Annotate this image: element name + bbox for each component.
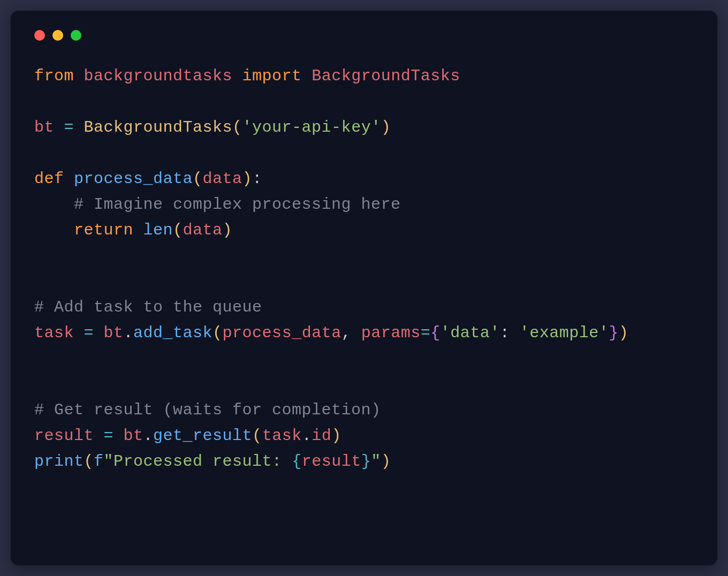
dict-key: 'data': [441, 324, 500, 342]
arg-task: task: [262, 427, 302, 445]
line-14: # Get result (waits for completion): [34, 401, 381, 419]
lbrace: {: [430, 324, 441, 342]
imported-class: BackgroundTasks: [312, 67, 460, 85]
line-3: bt = BackgroundTasks('your-api-key'): [34, 118, 391, 137]
arg-process-data: process_data: [223, 324, 342, 342]
param-data: data: [203, 170, 242, 188]
var-result: result: [34, 427, 94, 445]
fstring-rbrace: }: [361, 452, 371, 471]
comment-get-result: # Get result (waits for completion): [34, 401, 381, 419]
rparen: ): [331, 427, 342, 445]
line-1: from backgroundtasks import BackgroundTa…: [34, 67, 460, 85]
obj-bt: bt: [104, 324, 124, 342]
code-block: from backgroundtasks import BackgroundTa…: [34, 63, 694, 474]
rparen: ): [381, 118, 391, 137]
indent: [34, 195, 74, 214]
code-window: from backgroundtasks import BackgroundTa…: [11, 11, 717, 565]
comment-add-task: # Add task to the queue: [34, 298, 262, 316]
attr-id: id: [312, 427, 331, 445]
lparen: (: [193, 170, 203, 188]
close-icon[interactable]: [34, 30, 45, 41]
builtin-print: print: [34, 452, 84, 471]
quote-close: ": [371, 452, 381, 471]
lparen: (: [213, 324, 223, 342]
method-add-task: add_task: [133, 324, 213, 342]
dot: .: [143, 427, 154, 445]
var-task: task: [34, 324, 74, 342]
quote-open: ": [104, 452, 114, 471]
rparen: ): [242, 170, 253, 188]
colon: :: [252, 170, 262, 188]
string-api-key: 'your-api-key': [242, 118, 381, 137]
builtin-len: len: [143, 221, 173, 239]
assign-op: =: [94, 427, 124, 445]
window-controls: [34, 30, 694, 41]
obj-bt: bt: [124, 427, 143, 445]
line-5: def process_data(data):: [34, 170, 262, 188]
f-prefix: f: [94, 452, 104, 471]
kwarg-params: params: [361, 324, 421, 342]
lparen: (: [252, 427, 262, 445]
assign-op: =: [74, 324, 104, 342]
rparen: ): [619, 324, 629, 342]
rparen: ): [381, 452, 391, 471]
fstring-text: Processed result:: [113, 452, 292, 471]
line-6: # Imagine complex processing here: [34, 195, 401, 214]
lparen: (: [232, 118, 242, 137]
line-11: task = bt.add_task(process_data, params=…: [34, 324, 628, 342]
dot: .: [124, 324, 134, 342]
eq-op: =: [421, 324, 431, 342]
lparen: (: [173, 221, 183, 239]
var-bt: bt: [34, 118, 54, 137]
arg-data: data: [183, 221, 223, 239]
assign-op: =: [54, 118, 84, 137]
rbrace: }: [609, 324, 619, 342]
dot: .: [302, 427, 312, 445]
line-16: print(f"Processed result: {result}"): [34, 452, 391, 471]
keyword-from: from: [34, 67, 74, 85]
line-7: return len(data): [34, 221, 232, 239]
lparen: (: [84, 452, 94, 471]
keyword-def: def: [34, 170, 64, 188]
maximize-icon[interactable]: [71, 30, 81, 41]
fstring-var: result: [302, 452, 361, 471]
module-name: backgroundtasks: [84, 67, 233, 85]
line-15: result = bt.get_result(task.id): [34, 427, 342, 445]
dict-val: 'example': [520, 324, 609, 342]
comma: ,: [342, 324, 361, 342]
line-10: # Add task to the queue: [34, 298, 262, 316]
minimize-icon[interactable]: [52, 30, 63, 41]
colon: :: [500, 324, 520, 342]
keyword-import: import: [242, 67, 302, 85]
class-call: BackgroundTasks: [84, 118, 233, 137]
indent: [34, 221, 74, 239]
comment-processing: # Imagine complex processing here: [74, 195, 401, 214]
fstring-lbrace: {: [292, 452, 302, 471]
keyword-return: return: [74, 221, 133, 239]
rparen: ): [223, 221, 233, 239]
method-get-result: get_result: [153, 427, 252, 445]
function-name: process_data: [74, 170, 193, 188]
